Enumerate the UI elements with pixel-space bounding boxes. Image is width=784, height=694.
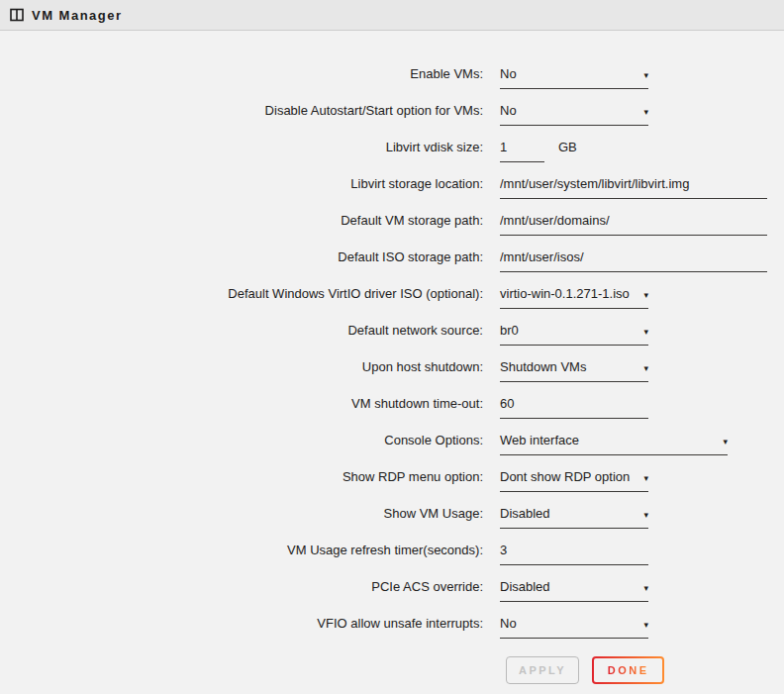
pcie-acs-override-select[interactable]: Disabled▾ bbox=[500, 579, 648, 602]
form-row: VFIO allow unsafe interrupts:No▾ bbox=[0, 605, 784, 642]
show-vm-usage-select[interactable]: Disabled▾ bbox=[500, 506, 648, 529]
field-label-libvirt-storage-location: Libvirt storage location: bbox=[0, 165, 483, 202]
field-label-vm-shutdown-time-out: VM shutdown time-out: bbox=[0, 385, 483, 422]
form-row: Default VM storage path: bbox=[0, 202, 784, 239]
form-row: Upon host shutdown:Shutdown VMs▾ bbox=[0, 348, 784, 385]
chevron-down-icon: ▾ bbox=[643, 108, 648, 117]
default-vm-storage-path-field[interactable] bbox=[500, 213, 767, 236]
done-button-label: DONE bbox=[608, 664, 649, 676]
disable-autostart-start-option-for-vms-select[interactable]: No▾ bbox=[500, 103, 648, 126]
field-label-console-options: Console Options: bbox=[0, 422, 483, 458]
libvirt-storage-location-input[interactable] bbox=[500, 176, 767, 191]
vm-usage-refresh-timer-seconds-input[interactable] bbox=[500, 543, 648, 557]
upon-host-shutdown-select[interactable]: Shutdown VMs▾ bbox=[500, 359, 648, 382]
form-row: Default network source:br0▾ bbox=[0, 312, 784, 348]
field-label-pcie-acs-override: PCIe ACS override: bbox=[0, 568, 483, 605]
form-row: VM shutdown time-out: bbox=[0, 385, 784, 422]
chevron-down-icon: ▾ bbox=[643, 364, 648, 373]
chevron-down-icon: ▾ bbox=[643, 511, 648, 520]
titlebar: VM Manager bbox=[0, 0, 784, 31]
select-value: No bbox=[500, 103, 517, 118]
field-label-show-vm-usage: Show VM Usage: bbox=[0, 495, 483, 532]
field-label-default-iso-storage-path: Default ISO storage path: bbox=[0, 239, 483, 275]
field-label-vm-usage-refresh-timer-seconds: VM Usage refresh timer(seconds): bbox=[0, 532, 483, 568]
form-row: PCIe ACS override:Disabled▾ bbox=[0, 568, 784, 605]
select-value: virtio-win-0.1.271-1.iso bbox=[500, 286, 630, 301]
field-label-enable-vms: Enable VMs: bbox=[0, 55, 483, 92]
select-value: No bbox=[500, 66, 517, 81]
done-button[interactable]: DONE bbox=[592, 656, 664, 684]
vm-shutdown-time-out-input[interactable] bbox=[500, 396, 648, 411]
default-iso-storage-path-input[interactable] bbox=[500, 249, 767, 264]
apply-button[interactable]: APPLY bbox=[506, 656, 579, 684]
field-label-default-vm-storage-path: Default VM storage path: bbox=[0, 202, 483, 239]
field-label-vfio-allow-unsafe-interrupts: VFIO allow unsafe interrupts: bbox=[0, 605, 483, 642]
vm-shutdown-time-out-field[interactable] bbox=[500, 396, 648, 419]
form-row: VM Usage refresh timer(seconds): bbox=[0, 532, 784, 568]
default-vm-storage-path-input[interactable] bbox=[500, 213, 767, 228]
libvirt-storage-location-field[interactable] bbox=[500, 176, 767, 199]
console-options-select[interactable]: Web interface▾ bbox=[500, 433, 728, 455]
chevron-down-icon: ▾ bbox=[643, 328, 648, 337]
default-windows-virtio-driver-iso-optional-select[interactable]: virtio-win-0.1.271-1.iso▾ bbox=[500, 286, 648, 309]
select-value: Disabled bbox=[500, 506, 550, 521]
select-value: No bbox=[500, 616, 517, 631]
form-row: Show RDP menu option:Dont show RDP optio… bbox=[0, 458, 784, 495]
chevron-down-icon: ▾ bbox=[643, 584, 648, 593]
libvirt-vdisk-size-field[interactable] bbox=[500, 140, 544, 162]
form-row: Libvirt vdisk size:GB bbox=[0, 129, 784, 165]
field-label-default-windows-virtio-driver-iso-optional: Default Windows VirtIO driver ISO (optio… bbox=[0, 275, 483, 312]
chevron-down-icon: ▾ bbox=[643, 621, 648, 630]
field-label-disable-autostart-start-option-for-vms: Disable Autostart/Start option for VMs: bbox=[0, 92, 483, 129]
enable-vms-select[interactable]: No▾ bbox=[500, 66, 648, 89]
default-network-source-select[interactable]: br0▾ bbox=[500, 323, 648, 346]
vfio-allow-unsafe-interrupts-select[interactable]: No▾ bbox=[500, 616, 648, 639]
select-value: Disabled bbox=[500, 579, 550, 594]
libvirt-vdisk-size-input[interactable] bbox=[500, 140, 544, 154]
show-rdp-menu-option-select[interactable]: Dont show RDP option▾ bbox=[500, 469, 648, 492]
chevron-down-icon: ▾ bbox=[643, 291, 648, 300]
form-row: Show VM Usage:Disabled▾ bbox=[0, 495, 784, 532]
field-label-libvirt-vdisk-size: Libvirt vdisk size: bbox=[0, 129, 483, 165]
default-iso-storage-path-field[interactable] bbox=[500, 249, 767, 272]
form-row: Libvirt storage location: bbox=[0, 165, 784, 202]
field-label-default-network-source: Default network source: bbox=[0, 312, 483, 348]
select-value: br0 bbox=[500, 323, 519, 338]
select-value: Dont show RDP option bbox=[500, 469, 630, 484]
page-title: VM Manager bbox=[32, 8, 123, 23]
button-row: APPLY DONE bbox=[506, 656, 784, 684]
vm-settings-form: Enable VMs:No▾Disable Autostart/Start op… bbox=[0, 55, 784, 642]
form-row: Console Options:Web interface▾ bbox=[0, 422, 784, 458]
form-row: Default Windows VirtIO driver ISO (optio… bbox=[0, 275, 784, 312]
unit-label: GB bbox=[558, 140, 577, 154]
select-value: Web interface bbox=[500, 433, 579, 447]
columns-icon bbox=[10, 8, 24, 22]
form-row: Enable VMs:No▾ bbox=[0, 55, 784, 92]
form-row: Default ISO storage path: bbox=[0, 239, 784, 275]
form-row: Disable Autostart/Start option for VMs:N… bbox=[0, 92, 784, 129]
vm-usage-refresh-timer-seconds-field[interactable] bbox=[500, 543, 648, 565]
field-label-show-rdp-menu-option: Show RDP menu option: bbox=[0, 458, 483, 495]
chevron-down-icon: ▾ bbox=[643, 474, 648, 483]
field-label-upon-host-shutdown: Upon host shutdown: bbox=[0, 348, 483, 385]
chevron-down-icon: ▾ bbox=[643, 71, 648, 80]
chevron-down-icon: ▾ bbox=[723, 438, 728, 446]
select-value: Shutdown VMs bbox=[500, 359, 586, 374]
